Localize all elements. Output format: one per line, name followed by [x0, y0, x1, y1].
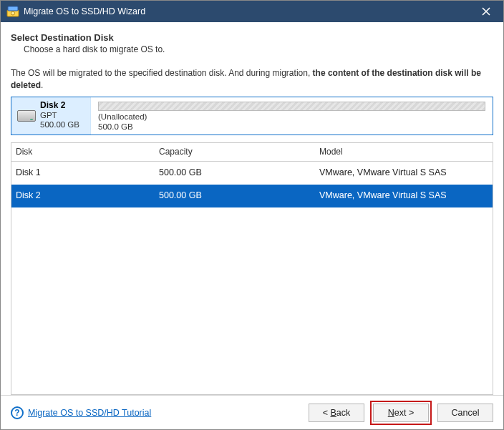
allocation-size: 500.0 GB — [98, 122, 485, 132]
titlebar: Migrate OS to SSD/HD Wizard — [1, 1, 503, 22]
next-button[interactable]: Next > — [373, 404, 429, 422]
selected-disk-card: Disk 2 GPT 500.00 GB (Unallocated) 500.0… — [11, 97, 493, 135]
back-button[interactable]: < Back — [309, 404, 364, 422]
warning-suffix: . — [41, 80, 43, 90]
content-area: Select Destination Disk Choose a hard di… — [1, 22, 503, 395]
warning-prefix: The OS will be migrated to the specified… — [11, 68, 313, 78]
cell-disk: Disk 2 — [16, 190, 159, 200]
page-heading: Select Destination Disk — [11, 32, 493, 43]
svg-point-2 — [11, 11, 15, 15]
selected-disk-summary: Disk 2 GPT 500.00 GB — [11, 97, 90, 135]
selected-disk-allocation: (Unallocated) 500.0 GB — [90, 97, 493, 135]
allocation-bar — [98, 102, 485, 112]
selected-disk-scheme: GPT — [40, 111, 79, 121]
help-section: ? Migrate OS to SSD/HD Tutorial — [11, 406, 151, 419]
footer: ? Migrate OS to SSD/HD Tutorial < Back N… — [1, 395, 503, 429]
window-title: Migrate OS to SSD/HD Wizard — [24, 6, 472, 16]
cancel-button[interactable]: Cancel — [437, 404, 493, 422]
table-row[interactable]: Disk 1 500.00 GB VMware, VMware Virtual … — [11, 162, 493, 185]
cell-model: VMware, VMware Virtual S SAS — [319, 167, 488, 177]
help-icon[interactable]: ? — [11, 406, 24, 419]
col-disk: Disk — [16, 147, 159, 157]
cell-model: VMware, VMware Virtual S SAS — [319, 190, 488, 200]
selected-disk-name: Disk 2 — [40, 101, 79, 110]
table-header: Disk Capacity Model — [11, 143, 493, 162]
close-button[interactable] — [472, 1, 500, 22]
app-icon — [6, 5, 19, 18]
table-row[interactable]: Disk 2 500.00 GB VMware, VMware Virtual … — [11, 185, 493, 207]
allocation-label: (Unallocated) — [98, 112, 485, 122]
warning-text: The OS will be migrated to the specified… — [11, 67, 493, 92]
drive-icon — [17, 110, 36, 122]
selected-disk-size: 500.00 GB — [40, 120, 79, 130]
col-capacity: Capacity — [159, 147, 319, 157]
cell-disk: Disk 1 — [16, 167, 159, 177]
cell-capacity: 500.00 GB — [159, 190, 319, 200]
next-button-highlight: Next > — [370, 401, 432, 425]
cell-capacity: 500.00 GB — [159, 167, 319, 177]
col-model: Model — [319, 147, 488, 157]
svg-rect-1 — [8, 6, 18, 11]
disk-table: Disk Capacity Model Disk 1 500.00 GB VMw… — [11, 142, 493, 395]
tutorial-link[interactable]: Migrate OS to SSD/HD Tutorial — [28, 408, 151, 418]
page-subheading: Choose a hard disk to migrate OS to. — [24, 44, 493, 54]
